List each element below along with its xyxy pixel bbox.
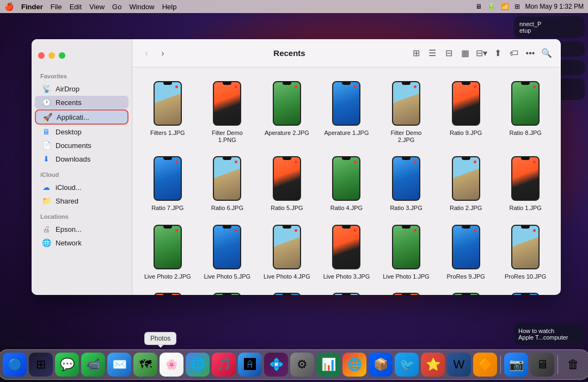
menubar-file[interactable]: File [51, 3, 62, 11]
menubar-go[interactable]: Go [112, 3, 121, 11]
maximize-button[interactable] [59, 52, 65, 59]
minimize-button[interactable] [48, 52, 55, 59]
list-view-button[interactable]: ☰ [425, 46, 440, 61]
share-button[interactable]: ⬆ [490, 46, 505, 61]
file-item[interactable]: Live Photo 5.JPG [199, 220, 256, 284]
watch-card-line2: Apple T...computer [518, 334, 580, 341]
wifi-icon[interactable]: 📶 [501, 3, 509, 10]
file-item[interactable]: Ratio 7.JPG [139, 151, 197, 215]
dock-item-facetime[interactable]: 📹 [81, 353, 105, 377]
sidebar-item-applications[interactable]: 🚀 Applicati... [35, 109, 128, 125]
dock-item-chrome[interactable]: 🌐 [186, 353, 210, 377]
file-item[interactable]: ProRes 7.JPG [199, 288, 256, 295]
file-name: Ratio 8.JPG [510, 130, 542, 137]
menubar-app-name[interactable]: Finder [21, 3, 43, 11]
dock-item-excel[interactable]: 📊 [316, 353, 340, 377]
file-thumbnail [266, 155, 308, 202]
dock-item-dropbox[interactable]: 📦 [369, 353, 393, 377]
battery-icon[interactable]: 🔋 [487, 3, 495, 10]
sidebar-item-downloads[interactable]: ⬇ Downloads [35, 152, 128, 165]
file-item[interactable]: Live Photo 3.JPG [318, 220, 376, 284]
finder-content: ‹ › Recents ⊞ ☰ ⊟ ▦ ⊟▾ ⬆ 🏷 ••• 🔍 Filters… [132, 39, 561, 295]
dock-item-maps[interactable]: 🗺 [133, 353, 157, 377]
dock-item-chrome2[interactable]: 🌐 [342, 353, 366, 377]
groupby-button[interactable]: ⊟▾ [474, 46, 489, 61]
dock-item-music[interactable]: 🎵 [212, 353, 236, 377]
sidebar-item-documents[interactable]: 📄 Documents [35, 139, 128, 152]
forward-button[interactable]: › [155, 46, 170, 61]
file-name: Ratio 6.JPG [211, 205, 243, 212]
file-item[interactable]: ProRes 5.JPG [318, 288, 376, 295]
file-item[interactable]: ProRes 9.JPG [437, 220, 495, 284]
dock-item-appstore[interactable]: 🅰 [238, 353, 262, 377]
sidebar-item-recents[interactable]: 🕐 Recents [35, 96, 128, 109]
sidebar-item-icloud[interactable]: ☁ iCloud... [35, 181, 128, 194]
file-item[interactable]: Aperature 1.JPG [318, 76, 376, 147]
file-item[interactable]: Ratio 6.JPG [199, 151, 256, 215]
sidebar-item-epson[interactable]: 🖨 Epson... [35, 223, 128, 236]
dock-item-settings[interactable]: ⚙ [290, 353, 314, 377]
file-item[interactable]: Live Photo 4.JPG [258, 220, 316, 284]
dock-item-launchpad[interactable]: ⊞ [29, 353, 53, 377]
dock-item-word[interactable]: W [447, 353, 471, 377]
dock-item-reeder[interactable]: ⭐ [421, 353, 445, 377]
file-item[interactable]: ProRes 4.JPG [377, 288, 435, 295]
dock-item-messages[interactable]: 💬 [55, 353, 79, 377]
file-item[interactable]: Live Photo 2.JPG [139, 220, 197, 284]
gallery-view-button[interactable]: ▦ [457, 46, 473, 61]
close-button[interactable] [38, 52, 45, 59]
file-thumbnail [505, 291, 546, 295]
dock-item-mail[interactable]: ✉️ [107, 353, 131, 377]
desktop-icon: 🖥 [41, 127, 51, 136]
file-item[interactable]: Filter Demo 2.JPG [377, 76, 435, 147]
sidebar-item-shared[interactable]: 📁 Shared [35, 194, 128, 207]
file-name: Ratio 4.JPG [330, 205, 363, 212]
controlcenter-icon[interactable]: ⊞ [514, 3, 520, 10]
dock-item-zoom[interactable]: 📷 [504, 353, 528, 377]
file-item[interactable]: Filter Demo 1.PNG [199, 76, 256, 147]
file-name: Ratio 3.JPG [390, 205, 422, 212]
icon-view-button[interactable]: ⊞ [408, 46, 424, 61]
shared-icon: 📁 [41, 196, 51, 205]
file-item[interactable]: Filters 1.JPG [139, 76, 197, 147]
monitor-icon[interactable]: 🖥 [475, 3, 482, 10]
dock-item-twitter[interactable]: 🐦 [395, 353, 419, 377]
file-item[interactable]: Ratio 9.JPG [437, 76, 495, 147]
more-button[interactable]: ••• [523, 46, 538, 61]
menubar-help[interactable]: Help [162, 3, 177, 11]
back-button[interactable]: ‹ [139, 46, 154, 61]
file-item[interactable]: ProRes 2.JPG [497, 288, 554, 295]
menubar-window[interactable]: Window [129, 3, 154, 11]
applications-icon: 🚀 [42, 113, 52, 121]
dock-item-trash[interactable]: 🗑 [561, 353, 585, 377]
apple-menu[interactable]: 🍎 [4, 2, 14, 11]
sidebar-item-airdrop[interactable]: 📡 AirDrop [35, 82, 128, 95]
menubar-view[interactable]: View [89, 3, 105, 11]
file-name: Filters 1.JPG [150, 130, 185, 137]
file-name: Aperature 1.JPG [324, 130, 369, 137]
dock-item-app1[interactable]: 🔶 [473, 353, 497, 377]
menubar-edit[interactable]: Edit [70, 3, 82, 11]
dock-item-airserver[interactable]: 🖥 [530, 353, 554, 377]
column-view-button[interactable]: ⊟ [441, 46, 456, 61]
dock-item-slack[interactable]: 💠 [264, 353, 288, 377]
file-item[interactable]: Ratio 5.JPG [258, 151, 316, 215]
file-item[interactable]: Ratio 4.JPG [318, 151, 376, 215]
file-item[interactable]: ProRes 8.JPG [139, 288, 197, 295]
file-thumbnail [266, 223, 308, 271]
sidebar-item-network[interactable]: 🌐 Network [35, 236, 128, 249]
file-item[interactable]: ProRes 3.JPG [437, 288, 495, 295]
sidebar-item-desktop[interactable]: 🖥 Desktop [35, 125, 128, 138]
file-item[interactable]: Live Photo 1.JPG [377, 220, 435, 284]
tag-button[interactable]: 🏷 [506, 46, 522, 61]
file-item[interactable]: Ratio 3.JPG [377, 151, 435, 215]
dock-item-finder[interactable]: 🔵 [3, 353, 27, 377]
file-item[interactable]: Aperature 2.JPG [258, 76, 316, 147]
search-button[interactable]: 🔍 [539, 46, 554, 61]
file-item[interactable]: ProRes 6.JPG [258, 288, 316, 295]
file-item[interactable]: Ratio 8.JPG [497, 76, 554, 147]
file-item[interactable]: Ratio 2.JPG [437, 151, 495, 215]
dock-item-photos[interactable]: 🌸 [160, 353, 183, 377]
file-item[interactable]: Ratio 1.JPG [497, 151, 554, 215]
file-item[interactable]: ProRes 10.JPG [497, 220, 554, 284]
